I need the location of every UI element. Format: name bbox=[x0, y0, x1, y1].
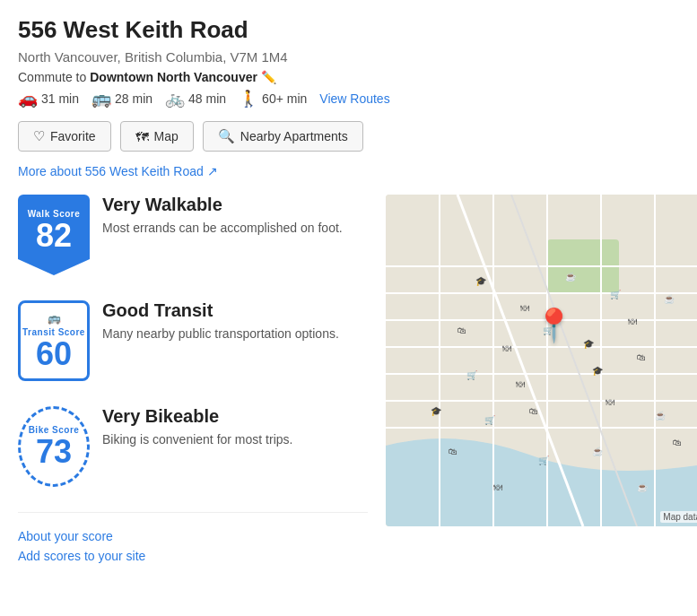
bike-score-badge: Bike Score 73 bbox=[18, 406, 90, 487]
svg-text:🍽: 🍽 bbox=[493, 482, 502, 492]
walk-score-text: Very Walkable Most errands can be accomp… bbox=[102, 195, 343, 238]
view-routes-link[interactable]: View Routes bbox=[319, 91, 389, 106]
score-divider bbox=[18, 512, 368, 513]
walk-badge: Walk Score 82 bbox=[18, 195, 90, 275]
transit-badge: 🚌 Transit Score 60 bbox=[18, 300, 90, 381]
walk-score-desc: Most errands can be accomplished on foot… bbox=[102, 219, 343, 238]
page-title: 556 West Keith Road bbox=[18, 16, 679, 44]
bike-score-text: Very Bikeable Biking is convenient for m… bbox=[102, 406, 292, 449]
bike-icon: 🚲 bbox=[165, 89, 185, 108]
svg-text:🛍: 🛍 bbox=[457, 325, 466, 335]
svg-text:☕: ☕ bbox=[664, 293, 675, 305]
svg-text:🍽: 🍽 bbox=[516, 379, 525, 389]
svg-text:🛍: 🛍 bbox=[637, 352, 646, 362]
transport-walk: 🚶 60+ min bbox=[239, 89, 307, 108]
score-links: About your score Add scores to your site bbox=[18, 529, 368, 563]
bike-score-block: Bike Score 73 Very Bikeable Biking is co… bbox=[18, 406, 368, 487]
external-link-icon: ↗ bbox=[207, 164, 218, 178]
search-icon: 🔍 bbox=[218, 128, 235, 144]
svg-text:🎓: 🎓 bbox=[431, 405, 442, 417]
map-button[interactable]: 🗺 Map bbox=[120, 121, 194, 152]
svg-text:🛍: 🛍 bbox=[673, 438, 682, 447]
map-container[interactable]: 🎓 🍽 ☕ 🛒 🛍 🍽 🛒 🎓 🍽 ☕ 🛒 🍽 🎓 🛍 🎓 🛒 🛍 🍽 ☕ bbox=[386, 195, 697, 526]
more-link-text: More about 556 West Keith Road bbox=[18, 164, 204, 178]
svg-text:☕: ☕ bbox=[637, 482, 649, 493]
commute-destination: Downtown North Vancouver bbox=[90, 70, 257, 84]
about-score-link[interactable]: About your score bbox=[18, 529, 368, 543]
main-content: Walk Score 82 Very Walkable Most errands… bbox=[18, 195, 679, 563]
svg-text:🍽: 🍽 bbox=[628, 317, 637, 326]
transit-score-block: 🚌 Transit Score 60 Good Transit Many nea… bbox=[18, 300, 368, 381]
transit-score-number: 60 bbox=[36, 338, 72, 370]
transport-drive: 🚗 31 min bbox=[18, 89, 79, 108]
add-scores-link[interactable]: Add scores to your site bbox=[18, 549, 368, 563]
map-icon: 🗺 bbox=[135, 129, 149, 144]
address-subtitle: North Vancouver, British Columbia, V7M 1… bbox=[18, 49, 679, 65]
favorite-label: Favorite bbox=[50, 129, 96, 143]
map-label: Map bbox=[154, 129, 179, 143]
walk-icon: 🚶 bbox=[239, 89, 258, 108]
svg-text:🛒: 🛒 bbox=[466, 369, 478, 381]
scores-column: Walk Score 82 Very Walkable Most errands… bbox=[18, 195, 368, 563]
walk-score-number: 82 bbox=[36, 220, 72, 252]
svg-text:☕: ☕ bbox=[655, 410, 667, 421]
bus-icon: 🚌 bbox=[91, 89, 111, 108]
walk-score-title: Very Walkable bbox=[102, 195, 343, 215]
transit-time: 28 min bbox=[115, 91, 152, 106]
map-location-pin: 📍 bbox=[534, 307, 574, 344]
svg-text:🍽: 🍽 bbox=[606, 397, 614, 407]
bike-badge: Bike Score 73 bbox=[18, 406, 90, 487]
svg-text:🛒: 🛒 bbox=[484, 414, 496, 426]
transit-score-desc: Many nearby public transportation option… bbox=[102, 325, 339, 343]
transport-bike: 🚲 48 min bbox=[165, 89, 226, 108]
svg-text:🎓: 🎓 bbox=[475, 275, 487, 287]
bike-score-desc: Biking is convenient for most trips. bbox=[102, 430, 292, 449]
svg-text:☕: ☕ bbox=[565, 271, 577, 282]
map-column: 🎓 🍽 ☕ 🛒 🛍 🍽 🛒 🎓 🍽 ☕ 🛒 🍽 🎓 🛍 🎓 🛒 🛍 🍽 ☕ bbox=[386, 195, 697, 563]
nearby-apartments-button[interactable]: 🔍 Nearby Apartments bbox=[203, 121, 363, 152]
transit-score-badge: 🚌 Transit Score 60 bbox=[18, 300, 90, 381]
nearby-label: Nearby Apartments bbox=[240, 129, 348, 143]
favorite-button[interactable]: ♡ Favorite bbox=[18, 121, 111, 152]
svg-text:🎓: 🎓 bbox=[592, 365, 604, 377]
action-buttons: ♡ Favorite 🗺 Map 🔍 Nearby Apartments bbox=[18, 121, 679, 152]
walk-score-block: Walk Score 82 Very Walkable Most errands… bbox=[18, 195, 368, 275]
svg-text:🛒: 🛒 bbox=[538, 455, 550, 466]
walk-score-badge: Walk Score 82 bbox=[18, 195, 90, 275]
svg-text:🍽: 🍽 bbox=[520, 303, 529, 313]
transport-transit: 🚌 28 min bbox=[91, 89, 152, 108]
edit-icon[interactable]: ✏️ bbox=[261, 70, 276, 84]
bike-score-title: Very Bikeable bbox=[102, 406, 292, 427]
bike-time: 48 min bbox=[188, 91, 226, 106]
bike-score-number: 73 bbox=[36, 436, 72, 468]
map-svg: 🎓 🍽 ☕ 🛒 🛍 🍽 🛒 🎓 🍽 ☕ 🛒 🍽 🎓 🛍 🎓 🛒 🛍 🍽 ☕ bbox=[386, 195, 697, 526]
commute-row: Commute to Downtown North Vancouver ✏️ bbox=[18, 70, 679, 84]
svg-text:🍽: 🍽 bbox=[502, 343, 511, 353]
transit-score-title: Good Transit bbox=[102, 300, 339, 321]
car-icon: 🚗 bbox=[18, 89, 38, 108]
transport-row: 🚗 31 min 🚌 28 min 🚲 48 min 🚶 60+ min Vie… bbox=[18, 89, 679, 108]
commute-label: Commute to bbox=[18, 70, 86, 84]
svg-text:🎓: 🎓 bbox=[583, 338, 595, 350]
drive-time: 31 min bbox=[41, 91, 79, 106]
svg-text:🛍: 🛍 bbox=[529, 406, 538, 416]
svg-text:🛒: 🛒 bbox=[610, 289, 622, 300]
svg-text:🛍: 🛍 bbox=[449, 447, 457, 456]
transit-icons: 🚌 bbox=[48, 312, 61, 325]
transit-score-text: Good Transit Many nearby public transpor… bbox=[102, 300, 339, 343]
map-attribution: Map data bbox=[660, 511, 697, 523]
svg-text:☕: ☕ bbox=[592, 446, 604, 457]
walk-time: 60+ min bbox=[262, 91, 307, 106]
more-about-link[interactable]: More about 556 West Keith Road ↗ bbox=[18, 164, 679, 178]
bus-small-icon: 🚌 bbox=[48, 312, 61, 325]
heart-icon: ♡ bbox=[33, 128, 45, 144]
